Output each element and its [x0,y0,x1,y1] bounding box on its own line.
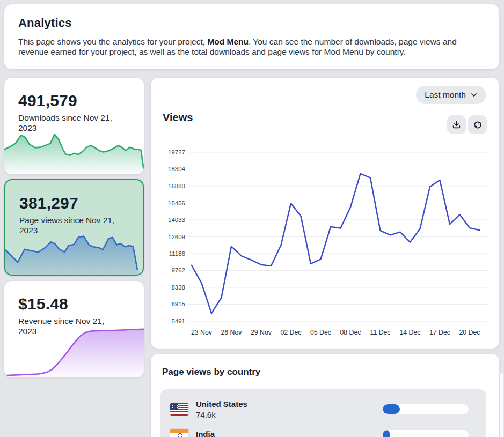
country-name: United States [196,399,247,409]
analytics-header-card: Analytics This page shows you the analyt… [4,4,499,69]
views-line-chart: 5491691583389762111861260914033154561688… [151,78,499,349]
views-panel: Last month Views 54916915833897621118612… [151,78,499,349]
revenue-sparkline [4,328,144,377]
page-views-value: 381,297 [5,180,143,212]
svg-text:8338: 8338 [171,284,185,291]
scrollbar-thumb[interactable] [500,373,503,437]
svg-text:23 Nov: 23 Nov [191,329,213,336]
page-description-part1: This page shows you the analytics for yo… [18,37,207,46]
svg-text:15456: 15456 [168,200,185,206]
svg-text:11186: 11186 [169,250,185,257]
stat-card-revenue[interactable]: $15.48 Revenue since Nov 21, 2023 [4,281,144,377]
page-views-sparkline [5,234,143,275]
svg-text:17 Dec: 17 Dec [429,329,450,336]
page-title: Analytics [18,16,485,30]
svg-text:6915: 6915 [171,301,185,307]
svg-text:08 Dec: 08 Dec [340,329,361,336]
india-flag-icon [170,429,188,437]
country-bar-fill [383,404,400,414]
downloads-label: Downloads since Nov 21, 2023 [4,110,144,134]
svg-text:19727: 19727 [168,149,185,155]
svg-text:14033: 14033 [168,217,185,223]
downloads-value: 491,579 [4,78,144,110]
svg-text:26 Nov: 26 Nov [221,329,243,336]
svg-text:20 Dec: 20 Dec [459,329,480,336]
svg-text:14 Dec: 14 Dec [400,329,421,336]
country-row-india: India [170,422,477,437]
page-views-label: Page views since Nov 21, 2023 [5,212,143,236]
svg-text:05 Dec: 05 Dec [310,329,331,336]
stat-card-page-views[interactable]: 381,297 Page views since Nov 21, 2023 [4,179,144,276]
downloads-sparkline [4,131,144,174]
countries-title: Page views by country [162,367,488,377]
page-scrollbar[interactable] [499,0,504,437]
revenue-value: $15.48 [4,281,144,313]
svg-text:16880: 16880 [168,183,185,189]
countries-panel: Page views by country United States 74.6… [151,354,499,437]
country-name: India [196,429,215,437]
country-value: 74.6k [196,410,247,419]
svg-text:9762: 9762 [171,267,185,273]
svg-text:11 Dec: 11 Dec [370,329,390,336]
country-bar [383,430,469,437]
svg-text:29 Nov: 29 Nov [251,329,272,336]
project-name: Mod Menu [207,37,249,46]
page-description: This page shows you the analytics for yo… [18,37,485,57]
us-flag-icon [170,403,188,416]
country-list: United States 74.6k India [160,389,486,437]
svg-text:02 Dec: 02 Dec [281,329,302,336]
country-row-united-states: United States 74.6k [170,396,477,422]
svg-text:18304: 18304 [168,166,186,172]
svg-text:5491: 5491 [171,318,185,324]
svg-text:12609: 12609 [168,234,185,240]
country-bar-fill [383,430,390,437]
stat-card-downloads[interactable]: 491,579 Downloads since Nov 21, 2023 [4,78,144,174]
country-bar [383,404,469,414]
